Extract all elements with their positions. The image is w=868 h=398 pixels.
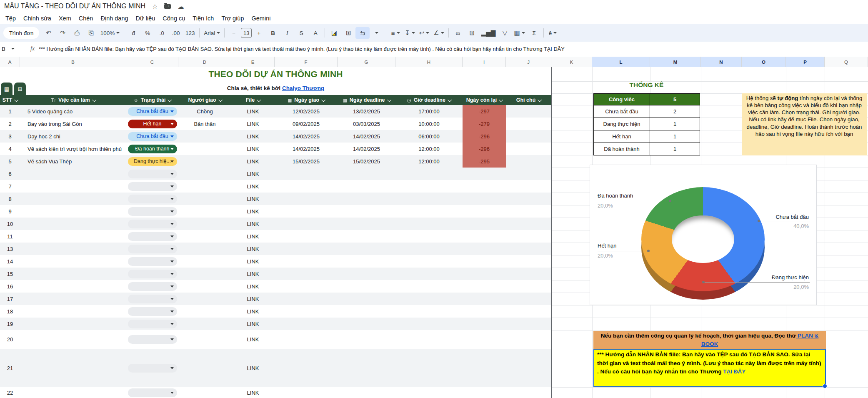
- text-wrap-icon[interactable]: ↩: [417, 27, 432, 39]
- name-box[interactable]: B: [0, 46, 23, 52]
- document-title[interactable]: MẪU TẶNG - THEO DÕI DỰ ÁN THÔNG MINH: [4, 3, 145, 10]
- insert-chart-icon[interactable]: ▂▅▇: [479, 27, 498, 39]
- insert-link-icon[interactable]: ∞: [451, 27, 465, 39]
- column-header-ngay-con-lai[interactable]: Ngày còn lại: [463, 95, 506, 105]
- font-select[interactable]: Arial: [202, 27, 222, 39]
- insert-comment-icon[interactable]: ⊞: [465, 27, 479, 39]
- undo-icon[interactable]: ↶: [42, 27, 56, 39]
- column-header-l[interactable]: L: [592, 57, 650, 67]
- move-folder-icon[interactable]: [164, 3, 171, 10]
- status-dropdown-chip[interactable]: Đang thực hiệ...: [128, 157, 177, 166]
- create-filter-icon[interactable]: ▽: [498, 27, 512, 39]
- column-header-a[interactable]: A: [0, 57, 20, 67]
- decrease-decimal-icon[interactable]: .0: [155, 27, 169, 39]
- column-header-viec-can-lam[interactable]: TTViệc cần làm: [20, 95, 126, 105]
- filter-chevron-icon[interactable]: [321, 98, 325, 102]
- status-dropdown-chip[interactable]: [128, 195, 177, 203]
- column-header-trang-thai[interactable]: ☺Trạng thái: [126, 95, 178, 105]
- merge-dropdown-icon[interactable]: [370, 27, 384, 39]
- column-header-nguoi-giao[interactable]: Người giao: [178, 95, 231, 105]
- chevron-down-icon[interactable]: [11, 48, 15, 50]
- filter-chevron-icon[interactable]: [218, 98, 223, 102]
- more-formats-icon[interactable]: 123: [183, 27, 197, 39]
- column-header-n[interactable]: N: [701, 57, 742, 67]
- status-dropdown-chip[interactable]: [128, 320, 177, 328]
- fill-color-icon[interactable]: ◪: [327, 27, 341, 39]
- column-header-m[interactable]: M: [650, 57, 701, 67]
- status-dropdown-chip[interactable]: Chưa bắt đầu: [128, 107, 177, 116]
- increase-decimal-icon[interactable]: .00: [169, 27, 183, 39]
- print-icon[interactable]: ⎙: [70, 27, 84, 39]
- percent-icon[interactable]: %: [140, 27, 155, 39]
- column-header-c[interactable]: C: [126, 57, 178, 67]
- paint-format-icon[interactable]: ⎘: [84, 27, 98, 39]
- currency-dong-icon[interactable]: đ: [126, 27, 140, 39]
- increase-font-icon[interactable]: +: [252, 27, 266, 39]
- filter-chevron-icon[interactable]: [387, 98, 391, 102]
- column-header-i[interactable]: I: [463, 57, 506, 67]
- vertical-align-icon[interactable]: ↧: [403, 27, 417, 39]
- star-icon[interactable]: ☆: [152, 3, 158, 10]
- column-header-gio-deadline[interactable]: ◷Giờ deadline: [395, 95, 463, 105]
- filter-chevron-icon[interactable]: [538, 98, 542, 102]
- status-dropdown-chip[interactable]: [128, 182, 177, 191]
- menus-pill[interactable]: Trình đơn: [3, 27, 39, 39]
- menu-item-chen[interactable]: Chèn: [75, 14, 97, 23]
- strikethrough-icon[interactable]: S: [294, 27, 308, 39]
- calculator-tab-icon[interactable]: ⊞: [14, 83, 26, 95]
- status-dropdown-chip[interactable]: [128, 364, 177, 373]
- column-header-p[interactable]: P: [786, 57, 825, 67]
- status-dropdown-chip[interactable]: [128, 335, 177, 344]
- status-dropdown-chip[interactable]: [128, 257, 177, 266]
- column-header-j[interactable]: J: [506, 57, 551, 67]
- status-donut-chart[interactable]: Chưa bắt đầu40,0%Đang thực hiện20,0%Hết …: [590, 165, 817, 305]
- status-dropdown-chip[interactable]: [128, 388, 177, 397]
- menu-item-du-lieu[interactable]: Dữ liệu: [132, 14, 159, 23]
- status-dropdown-chip[interactable]: [128, 170, 177, 178]
- status-dropdown-chip[interactable]: [128, 270, 177, 278]
- column-header-d[interactable]: D: [178, 57, 231, 67]
- column-header-k[interactable]: K: [551, 57, 592, 67]
- column-header-ngay-giao[interactable]: ▦Ngày giao: [275, 95, 338, 105]
- table-tab-icon[interactable]: ▦: [1, 83, 13, 95]
- horizontal-align-icon[interactable]: ≡: [388, 27, 403, 39]
- status-dropdown-chip[interactable]: [128, 245, 177, 253]
- table-views-icon[interactable]: ▦: [512, 27, 527, 39]
- filter-chevron-icon[interactable]: [448, 98, 452, 102]
- zoom-select[interactable]: 100%: [98, 27, 122, 39]
- filter-chevron-icon[interactable]: [499, 98, 503, 102]
- status-dropdown-chip[interactable]: [128, 295, 177, 303]
- status-dropdown-chip[interactable]: [128, 220, 177, 228]
- text-color-icon[interactable]: A: [308, 27, 323, 39]
- menu-item-inh-dang[interactable]: Định dạng: [97, 14, 132, 23]
- status-dropdown-chip[interactable]: [128, 232, 177, 241]
- column-header-q[interactable]: Q: [825, 57, 868, 67]
- borders-icon[interactable]: ⊞: [341, 27, 355, 39]
- text-rotation-icon[interactable]: ∠: [431, 27, 446, 39]
- status-dropdown-chip[interactable]: [128, 307, 177, 316]
- status-dropdown-chip[interactable]: [128, 282, 177, 291]
- status-dropdown-chip[interactable]: [128, 207, 177, 216]
- menu-item-tep[interactable]: Tệp: [2, 14, 20, 23]
- input-tools-icon[interactable]: ê: [546, 27, 560, 39]
- font-size-input[interactable]: 13: [241, 28, 252, 38]
- functions-icon[interactable]: Σ: [527, 27, 541, 39]
- column-header-b[interactable]: B: [20, 57, 126, 67]
- column-header-ngay-deadline[interactable]: ▦Ngày deadline: [338, 95, 395, 105]
- column-header-file[interactable]: File: [231, 95, 275, 105]
- status-dropdown-chip[interactable]: Chưa bắt đầu: [128, 132, 177, 141]
- filter-chevron-icon[interactable]: [168, 98, 172, 102]
- filter-chevron-icon[interactable]: [257, 98, 261, 102]
- menu-item-tro-giup[interactable]: Trợ giúp: [218, 14, 248, 23]
- menu-item-gemini[interactable]: Gemini: [248, 14, 275, 23]
- column-header-e[interactable]: E: [231, 57, 275, 67]
- column-header-stt[interactable]: STT: [0, 95, 20, 105]
- decrease-font-icon[interactable]: −: [227, 27, 241, 39]
- italic-icon[interactable]: I: [280, 27, 294, 39]
- menu-item-chinh-sua[interactable]: Chỉnh sửa: [20, 14, 55, 23]
- bold-icon[interactable]: B: [266, 27, 280, 39]
- redo-icon[interactable]: ↷: [56, 27, 70, 39]
- menu-item-xem[interactable]: Xem: [55, 14, 75, 23]
- menu-item-tien-ich[interactable]: Tiện ích: [189, 14, 218, 23]
- fill-handle[interactable]: [823, 384, 827, 388]
